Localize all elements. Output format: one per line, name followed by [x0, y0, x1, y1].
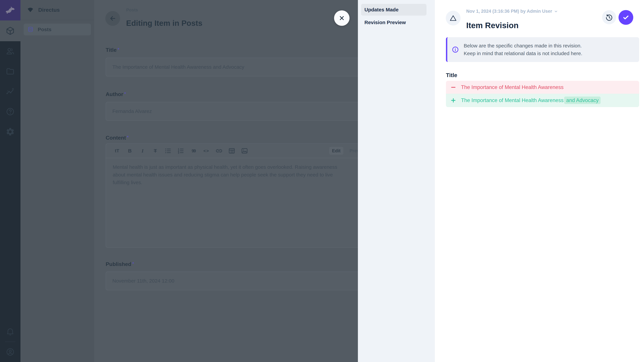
module-bar: [0, 0, 20, 362]
chevron-down-icon: [554, 9, 558, 13]
drawer-close-button[interactable]: [334, 10, 350, 26]
preview-tab[interactable]: Preview: [350, 147, 358, 155]
revision-drawer: Updates Made Revision Preview Nov 1, 202…: [358, 0, 644, 362]
breadcrumb[interactable]: Posts: [126, 7, 138, 12]
notice-line-2: Keep in mind that relational data is not…: [464, 50, 582, 57]
required-mark: *: [127, 135, 129, 140]
code-icon[interactable]: <>: [200, 148, 213, 153]
diff-added-text: The Importance of Mental Health Awarenes…: [461, 97, 600, 103]
content-textarea[interactable]: Mental health is just as important as ph…: [106, 158, 354, 191]
bullet-list-icon[interactable]: [162, 147, 174, 155]
account-circle-icon: [6, 347, 15, 357]
blockquote-icon[interactable]: 99: [187, 148, 200, 153]
published-field-label: Published*: [106, 261, 134, 267]
required-mark: *: [118, 47, 119, 52]
nav-item-posts[interactable]: Posts: [24, 24, 91, 35]
diff-added-highlight: and Advocacy: [564, 96, 600, 104]
project-fan-icon: [27, 6, 34, 13]
bell-icon: [6, 327, 15, 336]
notice-line-1: Below are the specific changes made in t…: [464, 42, 582, 50]
revision-notice: Below are the specific changes made in t…: [446, 37, 639, 62]
module-file-library[interactable]: [0, 61, 20, 81]
check-icon: [622, 14, 630, 21]
help-icon: [6, 107, 15, 116]
module-content[interactable]: [0, 20, 20, 41]
folder-icon: [6, 67, 15, 76]
project-name: Directus: [38, 7, 60, 13]
image-icon[interactable]: [238, 147, 251, 155]
drawer-title: Item Revision: [466, 21, 518, 30]
drawer-panel: Nov 1, 2024 (3:16:36 PM) by Admin User I…: [435, 0, 644, 362]
diff-field-label: Title: [446, 72, 457, 78]
link-icon[interactable]: [213, 147, 226, 155]
module-docs[interactable]: [0, 102, 20, 122]
revision-meta: Nov 1, 2024 (3:16:36 PM) by Admin User: [466, 9, 552, 14]
heading-icon[interactable]: tT: [111, 148, 124, 153]
diff-removed-text: The Importance of Mental Health Awarenes…: [461, 84, 564, 90]
project-header[interactable]: Directus: [20, 0, 94, 20]
notifications-button[interactable]: [0, 322, 20, 342]
module-users[interactable]: [0, 41, 20, 61]
gear-icon: [6, 127, 15, 136]
close-x-icon: [338, 15, 345, 21]
drawer-nav-updates-made[interactable]: Updates Made: [361, 4, 426, 15]
history-icon: [605, 13, 613, 21]
edit-tab[interactable]: Edit: [329, 147, 343, 155]
insights-icon: [6, 87, 15, 96]
title-input[interactable]: [106, 58, 358, 76]
revision-meta-row[interactable]: Nov 1, 2024 (3:16:36 PM) by Admin User: [466, 9, 558, 14]
diff-added-row: The Importance of Mental Health Awarenes…: [446, 94, 639, 107]
published-input[interactable]: [106, 272, 358, 290]
module-insights[interactable]: [0, 81, 20, 102]
svg-text:3: 3: [178, 151, 179, 154]
user-menu-button[interactable]: [0, 342, 20, 362]
screen: Directus Posts Posts Editing Item in Pos…: [0, 0, 644, 362]
directus-logo-button[interactable]: [0, 0, 20, 20]
markdown-toolbar: tT B I T 123 99 <>: [106, 144, 358, 158]
required-mark: *: [124, 91, 126, 96]
bold-icon[interactable]: B: [124, 148, 136, 154]
notice-text: Below are the specific changes made in t…: [464, 42, 582, 57]
drawer-nav: Updates Made Revision Preview: [358, 0, 435, 362]
table-icon[interactable]: [226, 147, 238, 155]
directus-rabbit-icon: [5, 5, 16, 16]
editor-main: Posts Editing Item in Posts Title* Autho…: [94, 0, 358, 362]
drawer-nav-revision-preview[interactable]: Revision Preview: [361, 16, 426, 28]
nav-item-label: Posts: [38, 27, 52, 32]
markdown-editor: tT B I T 123 99 <>: [106, 143, 358, 248]
page-title: Editing Item in Posts: [126, 18, 202, 28]
content-field-label: Content*: [106, 135, 129, 141]
author-field-label: Author*: [106, 91, 126, 97]
revert-button[interactable]: [602, 10, 616, 24]
users-icon: [6, 46, 15, 56]
italic-icon[interactable]: I: [136, 148, 149, 154]
arrow-back-icon: [109, 15, 116, 22]
strikethrough-icon[interactable]: T: [149, 148, 162, 154]
cube-icon: [6, 26, 15, 35]
confirm-button[interactable]: [618, 10, 633, 25]
warning-triangle-icon: [449, 14, 457, 22]
minus-icon: [450, 84, 456, 90]
revision-type-button[interactable]: [446, 11, 460, 25]
database-icon: [27, 26, 34, 33]
info-icon: [452, 46, 459, 53]
title-field-label: Title*: [106, 47, 119, 53]
author-input[interactable]: [106, 102, 358, 121]
required-mark: *: [132, 261, 134, 266]
diff-removed-row: The Importance of Mental Health Awarenes…: [446, 81, 639, 94]
nav-panel: Directus Posts: [20, 0, 94, 362]
numbered-list-icon[interactable]: 123: [174, 147, 187, 155]
module-settings[interactable]: [0, 122, 20, 142]
plus-icon: [450, 97, 456, 103]
back-button[interactable]: [105, 11, 120, 26]
